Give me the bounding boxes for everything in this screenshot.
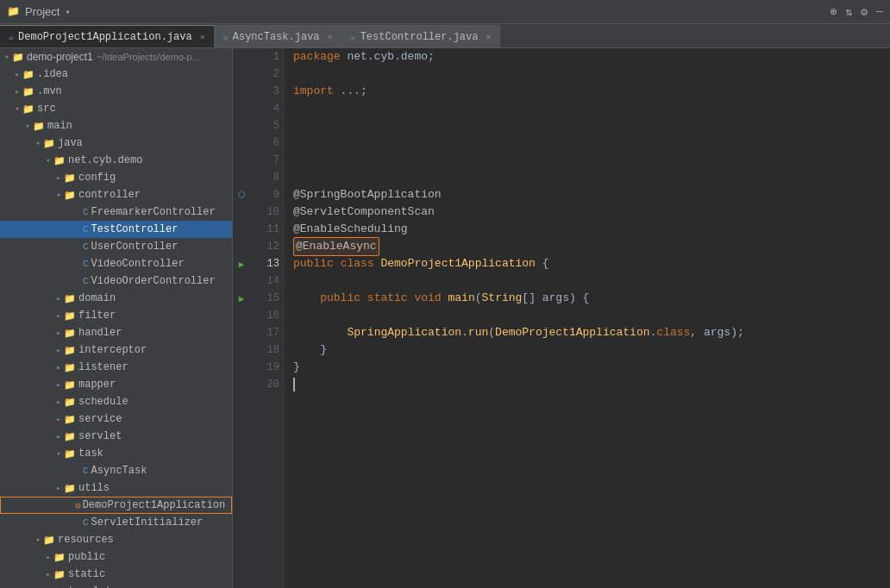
sidebar-item-domain[interactable]: 📁 domain [0, 290, 232, 307]
gutter-15: ▶ [233, 290, 250, 307]
minimize-icon[interactable]: — [876, 5, 883, 18]
tab-test-label: TestController.java [360, 31, 479, 43]
idea-label: .idea [37, 68, 68, 80]
kw-import: import [293, 83, 334, 100]
gutter-16 [233, 307, 250, 324]
domain-folder-icon: 📁 [64, 293, 76, 304]
gutter-12 [233, 238, 250, 255]
sidebar-item-mapper[interactable]: 📁 mapper [0, 376, 232, 393]
ln-2: 2 [255, 66, 279, 83]
sidebar-item-testcontroller[interactable]: C TestController [0, 221, 232, 238]
diff-icon[interactable]: ⇅ [846, 5, 853, 19]
schedule-label: schedule [78, 396, 128, 408]
task-label: task [78, 447, 103, 460]
ann-async-highlighted: @EnableAsync [293, 237, 379, 256]
sidebar-item-main[interactable]: 📁 main [0, 117, 232, 134]
kw-static: static [367, 290, 408, 307]
ln-13: 13 [255, 255, 279, 272]
fn-run: run [468, 324, 488, 341]
mapper-arrow [53, 380, 64, 390]
mvn-folder-icon: 📁 [22, 86, 34, 97]
code-content[interactable]: package net.cyb.demo; import ...; @Sprin… [285, 48, 890, 588]
sidebar-item-idea[interactable]: 📁 .idea [0, 66, 232, 83]
code-editor[interactable]: ⬡ ▶ ▶ 1 2 3 4 5 6 7 8 [233, 48, 890, 588]
gutter-19 [233, 359, 250, 376]
sidebar-item-videoordercontroller[interactable]: C VideoOrderController [0, 272, 232, 290]
sidebar-item-utils[interactable]: 📁 utils [0, 479, 232, 497]
run-icon-15[interactable]: ▶ [239, 293, 245, 304]
tab-demo-close[interactable]: ✕ [200, 32, 205, 42]
sidebar-item-java[interactable]: 📁 java [0, 134, 232, 152]
ln-12: 12 [255, 238, 279, 255]
sidebar-item-demoapplication[interactable]: ⚙ DemoProject1Application [0, 497, 232, 514]
tab-test[interactable]: ☕ TestController.java ✕ [342, 25, 501, 47]
sidebar-item-templates[interactable]: 📁 templates [0, 583, 232, 588]
code-line-13: public class DemoProject1Application { [293, 255, 881, 272]
gutter-7 [233, 152, 250, 169]
sidebar-item-config[interactable]: 📁 config [0, 169, 232, 186]
sidebar-item-freemarker[interactable]: C FreemarkerController [0, 203, 232, 221]
tab-async[interactable]: ☕ AsyncTask.java ✕ [215, 25, 342, 47]
ln-16: 16 [255, 307, 279, 324]
listener-arrow [53, 363, 64, 372]
settings-icon[interactable]: ⚙ [861, 5, 868, 19]
java-folder-icon: 📁 [43, 138, 55, 149]
sidebar-item-controller[interactable]: 📁 controller [0, 186, 232, 203]
config-folder-icon: 📁 [64, 172, 76, 184]
sidebar-item-src[interactable]: 📁 src [0, 100, 232, 117]
sidebar-item-videocontroller[interactable]: C VideoController [0, 255, 232, 272]
dropdown-icon[interactable]: ▾ [65, 7, 70, 17]
code-line-3: import ...; [293, 83, 881, 100]
static-arrow [43, 570, 53, 579]
sidebar-item-package[interactable]: 📁 net.cyb.demo [0, 152, 232, 169]
sidebar-item-usercontroller[interactable]: C UserController [0, 238, 232, 255]
package-name: net.cyb.demo; [341, 48, 435, 66]
kw-class: class [341, 255, 374, 272]
filter-label: filter [78, 310, 116, 322]
src-label: src [37, 103, 56, 115]
sidebar-item-schedule[interactable]: 📁 schedule [0, 393, 232, 410]
run-icon-13[interactable]: ▶ [239, 259, 245, 270]
ln-14: 14 [255, 272, 279, 290]
async-java-icon: ☕ [223, 32, 229, 42]
static-folder-icon: 📁 [53, 569, 66, 580]
sidebar-item-resources[interactable]: 📁 resources [0, 531, 232, 548]
code-line-8 [293, 169, 881, 186]
sidebar-item-static[interactable]: 📁 static [0, 566, 232, 583]
sidebar-item-public[interactable]: 📁 public [0, 548, 232, 566]
sidebar-item-asynctask[interactable]: C AsyncTask [0, 462, 232, 479]
videocontroller-label: VideoController [91, 258, 185, 270]
gutter-10 [233, 203, 250, 221]
tab-async-close[interactable]: ✕ [328, 32, 333, 42]
videocontroller-class-icon: C [83, 259, 89, 269]
main-params: ( [475, 290, 482, 307]
sidebar-item-filter[interactable]: 📁 filter [0, 307, 232, 324]
ln-10: 10 [255, 203, 279, 221]
class-dot: . [650, 324, 657, 341]
kw-public-15: public [320, 290, 360, 307]
ln-20: 20 [255, 376, 279, 393]
freemarker-class-icon: C [83, 207, 89, 217]
sidebar-item-servlet[interactable]: 📁 servlet [0, 428, 232, 445]
sidebar-item-listener[interactable]: 📁 listener [0, 359, 232, 376]
dot-run: . [461, 324, 468, 341]
sidebar-item-servletinitializer[interactable]: C ServletInitializer [0, 514, 232, 531]
code-line-20 [293, 376, 881, 393]
code-line-16 [293, 307, 881, 324]
package-arrow [43, 156, 53, 166]
mvn-arrow [12, 87, 22, 97]
import-dots: ...; [334, 83, 367, 100]
sidebar-item-mvn[interactable]: 📁 .mvn [0, 83, 232, 100]
sidebar-item-root[interactable]: 📁 demo-project1 ~/IdeaProjects/demo-p... [0, 48, 232, 66]
structure-icon[interactable]: ⊕ [830, 5, 837, 19]
sidebar-item-interceptor[interactable]: 📁 interceptor [0, 341, 232, 359]
tab-demo[interactable]: ☕ DemoProject1Application.java ✕ [0, 25, 215, 47]
sidebar-item-handler[interactable]: 📁 handler [0, 324, 232, 341]
sidebar-item-task[interactable]: 📁 task [0, 445, 232, 462]
ln-8: 8 [255, 169, 279, 186]
tab-test-close[interactable]: ✕ [486, 32, 491, 42]
sidebar-item-service[interactable]: 📁 service [0, 410, 232, 428]
filter-arrow [53, 311, 64, 321]
servlet-arrow [53, 432, 64, 441]
controller-label: controller [78, 189, 141, 201]
